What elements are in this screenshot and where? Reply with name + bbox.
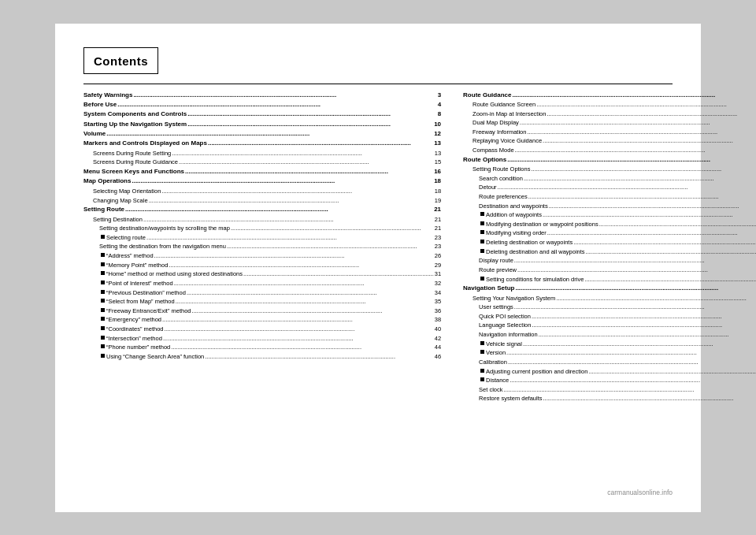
toc-entry: Navigation information..................…: [463, 330, 756, 340]
toc-entry: “Freeway Entrance/Exit” method..........…: [83, 307, 441, 316]
toc-page: 31: [435, 269, 441, 279]
toc-page: 18: [434, 176, 441, 186]
toc-entry: Detour..................................…: [463, 183, 756, 192]
bullet-icon: [480, 212, 484, 216]
toc-dots: ........................................…: [132, 91, 437, 100]
toc-dots: ........................................…: [530, 165, 756, 174]
toc-entry: Display route...........................…: [463, 256, 756, 266]
bullet-icon: [480, 277, 484, 281]
toc-page: 10: [434, 120, 441, 129]
contents-box: Contents: [83, 47, 158, 74]
toc-dots: ........................................…: [497, 183, 756, 192]
toc-dots: ........................................…: [519, 118, 756, 128]
toc-entry: “Address” method........................…: [83, 251, 441, 261]
toc-dots: ........................................…: [531, 321, 756, 330]
toc-page: 44: [435, 343, 441, 352]
toc-page: 13: [435, 149, 441, 158]
toc-page: 12: [434, 129, 441, 139]
toc-entry: Route Options...........................…: [463, 155, 756, 165]
toc-dots: ........................................…: [507, 358, 756, 367]
toc-page: 18: [435, 187, 441, 196]
toc-label: “Select from Map” method: [106, 297, 175, 307]
toc-label: Volume: [83, 129, 106, 139]
bullet-icon: [101, 326, 105, 330]
bullet-icon: [480, 350, 484, 354]
toc-label: Replaying Voice Guidance: [472, 136, 542, 146]
toc-label: Using “Change Search Area” function: [106, 352, 204, 362]
bullet-icon: [101, 336, 105, 340]
toc-dots: ........................................…: [543, 394, 756, 403]
toc-entry: Navigation Setup........................…: [463, 284, 756, 293]
toc-label: Deleting destination and all waypoints: [486, 247, 585, 257]
toc-dots: ........................................…: [514, 146, 756, 155]
toc-label: Destination and waypoints: [479, 202, 548, 211]
toc-dots: ........................................…: [513, 303, 756, 312]
toc-dots: ........................................…: [548, 202, 756, 211]
toc-dots: ........................................…: [191, 307, 435, 316]
toc-label: Navigation information: [479, 330, 538, 340]
toc-label: Setting Route: [83, 205, 124, 214]
bullet-icon: [101, 308, 105, 312]
toc-dots: ........................................…: [187, 110, 438, 119]
toc-dots: ........................................…: [186, 288, 435, 298]
toc-label: Calibration: [479, 358, 507, 367]
toc-entry: Freeway Information.....................…: [463, 128, 756, 137]
bullet-icon: [480, 240, 484, 243]
toc-dots: ........................................…: [164, 325, 435, 334]
toc-label: Setting Destination: [93, 215, 143, 225]
toc-label: Set clock: [479, 385, 502, 395]
toc-label: Adjusting current position and direction: [486, 367, 587, 377]
toc-label: Setting destination/waypoints by scrolli…: [99, 224, 230, 233]
toc-label: Safety Warnings: [83, 91, 132, 100]
toc-entry: Language Selection......................…: [463, 321, 756, 330]
toc-dots: ........................................…: [585, 247, 756, 257]
toc-entry: Addition of waypoints...................…: [463, 210, 756, 220]
toc-dots: ........................................…: [161, 315, 435, 325]
toc-dots: ........................................…: [522, 340, 756, 349]
toc-entry: Markers and Controls Displayed on Maps..…: [83, 139, 441, 148]
toc-entry: Restore system defaults.................…: [463, 394, 756, 403]
toc-entry: Setting the destination from the navigat…: [83, 242, 441, 251]
toc-label: “Point of Interest” method: [106, 279, 173, 288]
toc-entry: Setting conditions for simulation drive.…: [463, 275, 756, 284]
toc-entry: “Previous Destination” method...........…: [83, 288, 441, 298]
toc-entry: Using “Change Search Area” function.....…: [83, 352, 441, 362]
toc-entry: Map Operations..........................…: [83, 176, 441, 186]
toc-label: Deleting destination or waypoints: [486, 238, 573, 247]
toc-label: Version: [486, 348, 506, 358]
toc-label: Navigation Setup: [463, 284, 514, 293]
toc-dots: ........................................…: [207, 139, 434, 148]
toc-dots: ........................................…: [511, 91, 756, 100]
toc-label: “Freeway Entrance/Exit” method: [106, 307, 191, 316]
toc-label: Display route: [479, 256, 513, 266]
toc-entry: “Select from Map” method................…: [83, 297, 441, 307]
toc-dots: ........................................…: [531, 312, 756, 321]
toc-entry: Setting Route Options...................…: [463, 165, 756, 174]
toc-dots: ........................................…: [542, 136, 756, 146]
toc-dots: ........................................…: [506, 348, 756, 358]
toc-entry: Setting destination/waypoints by scrolli…: [83, 224, 441, 233]
toc-label: “Home” method or method using stored des…: [106, 269, 243, 279]
toc-entry: Setting Destination.....................…: [83, 215, 441, 225]
toc-dots: ........................................…: [168, 261, 434, 270]
toc-entry: Version.................................…: [463, 348, 756, 358]
bullet-icon: [101, 262, 105, 266]
toc-dots: ........................................…: [175, 297, 435, 307]
toc-label: Compass Mode: [472, 146, 514, 155]
bullet-icon: [480, 230, 484, 234]
toc-dots: ........................................…: [509, 376, 756, 385]
toc-page: 34: [435, 288, 441, 298]
toc-entry: Calibration.............................…: [463, 358, 756, 367]
toc-dots: ........................................…: [542, 210, 756, 220]
toc-entry: Deleting destination and all waypoints..…: [463, 247, 756, 257]
toc-label: Selecting route: [106, 233, 146, 243]
toc-entry: “Intersection” method...................…: [83, 334, 441, 344]
toc-page: 42: [435, 334, 441, 344]
toc-entry: Destination and waypoints...............…: [463, 202, 756, 211]
toc-dots: ........................................…: [528, 192, 756, 202]
toc-entry: Safety Warnings.........................…: [83, 91, 441, 100]
toc-dots: ........................................…: [154, 251, 435, 261]
toc-label: “Memory Point” method: [106, 261, 168, 270]
toc-label: “Coordinates” method: [106, 325, 164, 334]
toc-entry: User settings...........................…: [463, 303, 756, 312]
